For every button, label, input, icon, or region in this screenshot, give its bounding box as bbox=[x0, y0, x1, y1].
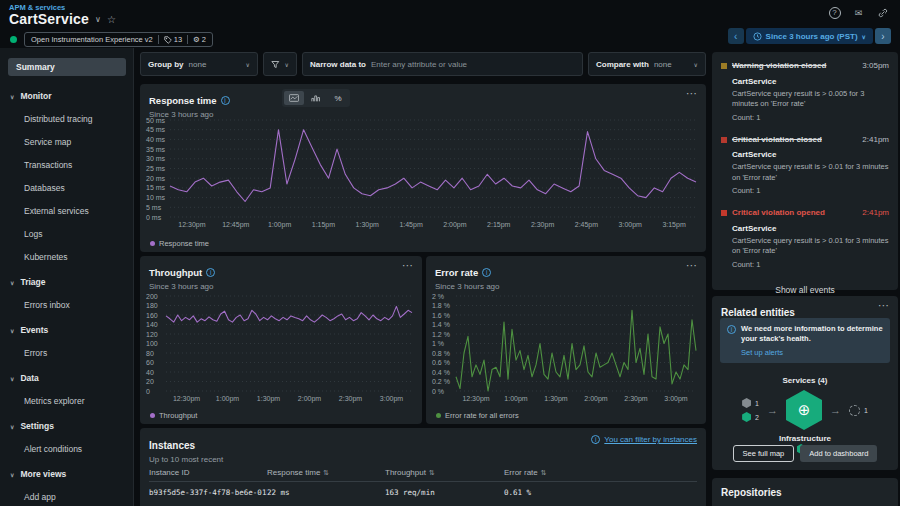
repositories-title: Repositories bbox=[712, 478, 898, 498]
svg-text:20 ms: 20 ms bbox=[146, 175, 166, 182]
svg-text:0.6 %: 0.6 % bbox=[432, 359, 450, 366]
error-rate-chart[interactable]: 2 %1.8 %1.6 %1.4 %1.2 %1 %0.8 %0.6 %0.4 … bbox=[430, 292, 702, 404]
table-row[interactable]: b93f5d5e-337f-4f78-be6e-01b005ed... 22 m… bbox=[149, 482, 697, 502]
line-chart-toggle[interactable] bbox=[284, 91, 304, 105]
col-error-rate[interactable]: Error rate⇅ bbox=[504, 468, 697, 477]
sidebar-item-kubernetes[interactable]: Kubernetes bbox=[24, 252, 133, 262]
cell-response-time: 22 ms bbox=[267, 488, 385, 497]
time-range-label: Since 3 hours ago (PST) bbox=[766, 32, 858, 41]
col-throughput[interactable]: Throughput⇅ bbox=[385, 468, 504, 477]
sidebar-item-transactions[interactable]: Transactions bbox=[24, 160, 133, 170]
event-entity-link[interactable]: CartService bbox=[732, 77, 889, 86]
see-full-map-button[interactable]: See full map bbox=[733, 445, 795, 462]
compare-with-value: none bbox=[654, 60, 672, 69]
sidebar-item-summary[interactable]: Summary bbox=[8, 58, 126, 76]
legend-label: Throughput bbox=[159, 411, 197, 420]
time-range-button[interactable]: Since 3 hours ago (PST) ∨ bbox=[746, 28, 873, 44]
svg-text:25 ms: 25 ms bbox=[146, 165, 166, 172]
help-button[interactable]: ? bbox=[827, 5, 842, 20]
sidebar-item-metrics-explorer[interactable]: Metrics explorer bbox=[24, 396, 133, 406]
share-button[interactable] bbox=[875, 5, 890, 20]
chart-legend[interactable]: Response time bbox=[150, 239, 209, 248]
add-to-dashboard-button[interactable]: Add to dashboard bbox=[800, 445, 877, 462]
header-icons: ? ✉ bbox=[827, 5, 890, 20]
cell-instance-id[interactable]: b93f5d5e-337f-4f78-be6e-01b005ed... bbox=[149, 488, 267, 497]
sidebar-item-external-services[interactable]: External services bbox=[24, 206, 133, 216]
health-status-dot bbox=[10, 36, 17, 43]
inbox-button[interactable]: ✉ bbox=[851, 5, 866, 20]
sidebar-group-data[interactable]: ∨Data bbox=[10, 373, 133, 383]
filter-funnel-button[interactable]: ∨ bbox=[263, 52, 297, 76]
info-icon[interactable]: i bbox=[482, 268, 491, 277]
show-all-events-link[interactable]: Show all events bbox=[721, 285, 889, 295]
card-menu-button[interactable]: ⋯ bbox=[878, 299, 890, 312]
sidebar-item-add-app[interactable]: Add app bbox=[24, 492, 133, 502]
card-menu-button[interactable]: ⋯ bbox=[686, 259, 698, 272]
info-icon[interactable]: i bbox=[206, 268, 215, 277]
count: 1 bbox=[864, 407, 868, 414]
histogram-toggle[interactable] bbox=[306, 91, 326, 105]
sidebar-group-events[interactable]: ∨Events bbox=[10, 325, 133, 335]
compare-with-dropdown[interactable]: Compare with none ∨ bbox=[588, 52, 706, 76]
sidebar-item-errors-inbox[interactable]: Errors inbox bbox=[24, 300, 133, 310]
legend-dot bbox=[150, 413, 155, 418]
svg-text:1:30pm: 1:30pm bbox=[544, 395, 568, 403]
col-response-time[interactable]: Response time⇅ bbox=[267, 468, 385, 477]
svg-text:3:00pm: 3:00pm bbox=[380, 395, 404, 403]
card-menu-button[interactable]: ⋯ bbox=[402, 259, 414, 272]
status-row: Open Instrumentation Experience v2 13 ⚙ … bbox=[10, 32, 213, 47]
chevron-down-icon: ∨ bbox=[285, 61, 289, 68]
svg-text:120: 120 bbox=[146, 331, 158, 338]
percentile-toggle[interactable]: % bbox=[328, 91, 348, 105]
sidebar-item-distributed-tracing[interactable]: Distributed tracing bbox=[24, 114, 133, 124]
svg-text:0.8 %: 0.8 % bbox=[432, 350, 450, 357]
sidebar-group-more-views[interactable]: ∨More views bbox=[10, 469, 133, 479]
instances-card: Instances Up to 10 most recent i You can… bbox=[140, 428, 706, 506]
sidebar-item-service-map[interactable]: Service map bbox=[24, 137, 133, 147]
chart-legend[interactable]: Error rate for all errors bbox=[436, 411, 519, 420]
chart-subtitle: Since 3 hours ago bbox=[435, 282, 706, 291]
throughput-chart[interactable]: 20018016014012010080604020012:30pm1:00pm… bbox=[144, 292, 418, 404]
instrumentation-badge[interactable]: Open Instrumentation Experience v2 13 ⚙ … bbox=[24, 32, 213, 47]
narrow-data-box[interactable]: Narrow data to bbox=[302, 52, 583, 76]
filter-by-instances-link[interactable]: i You can filter by instances bbox=[591, 435, 697, 444]
event-entity-link[interactable]: CartService bbox=[732, 224, 889, 233]
sidebar-group-monitor[interactable]: ∨Monitor bbox=[10, 91, 133, 101]
info-icon[interactable]: i bbox=[221, 96, 230, 105]
svg-text:0 %: 0 % bbox=[432, 388, 444, 395]
svg-text:1:45pm: 1:45pm bbox=[399, 221, 423, 229]
sidebar-item-logs[interactable]: Logs bbox=[24, 229, 133, 239]
sidebar-group-settings[interactable]: ∨Settings bbox=[10, 421, 133, 431]
time-forward-button[interactable]: › bbox=[875, 28, 891, 44]
tags-count: 13 bbox=[164, 35, 182, 44]
related-entities-card: Related entities ⋯ i We need more inform… bbox=[712, 296, 898, 470]
favorite-star-icon[interactable]: ☆ bbox=[107, 14, 116, 25]
svg-text:12:45pm: 12:45pm bbox=[222, 221, 249, 229]
sidebar-item-errors[interactable]: Errors bbox=[24, 348, 133, 358]
col-instance-id[interactable]: Instance ID bbox=[149, 468, 267, 477]
sidebar-item-alert-conditions[interactable]: Alert conditions bbox=[24, 444, 133, 454]
svg-text:2:15pm: 2:15pm bbox=[487, 221, 511, 229]
svg-text:1:00pm: 1:00pm bbox=[268, 221, 292, 229]
card-menu-button[interactable]: ⋯ bbox=[686, 87, 698, 100]
time-back-button[interactable]: ‹ bbox=[728, 28, 744, 44]
svg-text:12:30pm: 12:30pm bbox=[178, 221, 205, 229]
service-hexagon[interactable]: ⊕ bbox=[786, 390, 822, 430]
event-entity-link[interactable]: CartService bbox=[732, 150, 889, 159]
event-item[interactable]: Critical violation closed 2:41pm CartSer… bbox=[721, 135, 889, 196]
chart-legend[interactable]: Throughput bbox=[150, 411, 197, 420]
narrow-data-input[interactable] bbox=[371, 60, 575, 69]
title-caret-icon[interactable]: ∨ bbox=[95, 15, 101, 24]
services-label: Services (4) bbox=[712, 376, 898, 385]
set-up-alerts-link[interactable]: Set up alerts bbox=[741, 348, 883, 357]
response-time-card: Response timei Since 3 hours ago % ⋯ 50 … bbox=[140, 84, 706, 252]
group-by-dropdown[interactable]: Group by none ∨ bbox=[140, 52, 258, 76]
sidebar-group-triage[interactable]: ∨Triage bbox=[10, 277, 133, 287]
response-time-chart[interactable]: 50 ms45 ms40 ms35 ms30 ms25 ms20 ms15 ms… bbox=[144, 116, 702, 230]
svg-text:2:30pm: 2:30pm bbox=[531, 221, 555, 229]
event-item[interactable]: Warning violation closed 3:05pm CartServ… bbox=[721, 61, 889, 122]
external-entity-icon bbox=[849, 405, 860, 416]
event-item[interactable]: Critical violation opened 2:41pm CartSer… bbox=[721, 208, 889, 269]
svg-text:1.6 %: 1.6 % bbox=[432, 312, 450, 319]
sidebar-item-databases[interactable]: Databases bbox=[24, 183, 133, 193]
